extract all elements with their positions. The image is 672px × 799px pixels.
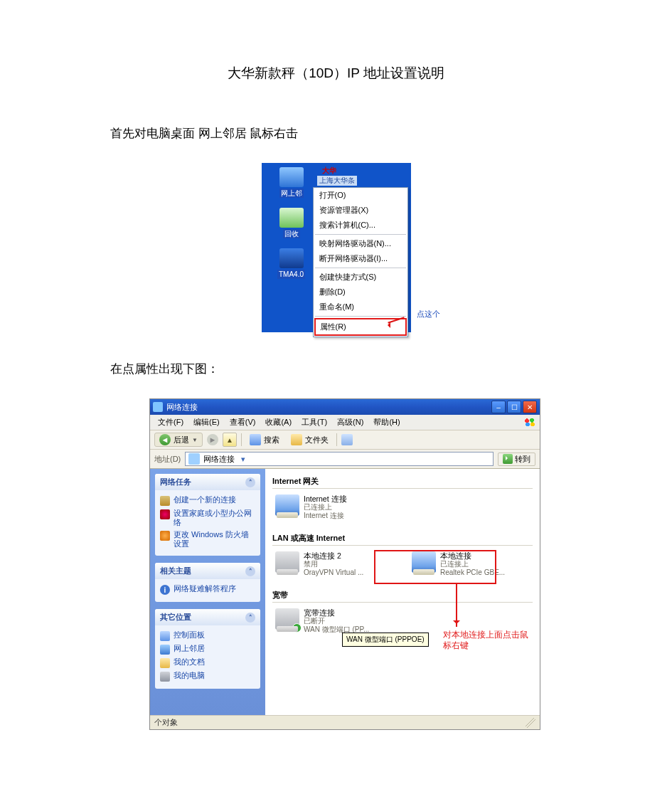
menu-edit[interactable]: 编辑(E) [190,416,223,428]
new-connection-icon [160,496,170,506]
connection-name: Internet 连接 [304,494,347,503]
connection-device: Internet 连接 [304,512,347,520]
network-places-icon [279,167,304,187]
resize-grip-icon[interactable] [526,718,535,728]
connection-name: 宽带连接 [304,608,369,617]
home-network-icon [160,509,170,519]
other-network-places[interactable]: 网上邻居 [160,642,255,656]
ctx-create-shortcut[interactable]: 创建快捷方式(S) [314,270,407,285]
menu-view[interactable]: 查看(V) [226,416,260,428]
desktop-icon-label: 网上邻 [279,189,304,198]
ctx-explorer[interactable]: 资源管理器(X) [314,203,407,218]
doc-title: 大华新款秤（10D）IP 地址设置说明 [110,64,562,83]
annotation-text: 对本地连接上面点击鼠标右键 [443,630,535,651]
step-1-text: 首先对电脑桌面 网上邻居 鼠标右击 [110,125,562,142]
window-titlebar: 网络连接 – ☐ ✕ [150,399,540,415]
connection-status: 已连接上 [304,503,347,512]
app-shortcut-icon [279,248,304,268]
other-control-panel[interactable]: 控制面板 [160,629,255,642]
toolbar: ◄ 后退 ▼ ► ▲ 搜索 文件夹 [150,430,540,450]
connection-device: OrayVPN Virtual ... [304,568,363,577]
menu-favorites[interactable]: 收藏(A) [262,416,295,428]
views-button[interactable] [341,434,353,445]
address-value: 网络连接 [203,454,235,465]
ctx-search-computer[interactable]: 搜索计算机(C)... [314,218,407,233]
ctx-rename[interactable]: 重命名(M) [314,300,407,314]
address-bar: 地址(D) 网络连接 ▾ 转到 [150,450,540,469]
other-my-computer[interactable]: 我的电脑 [160,670,255,683]
sidebar-panel-related: 相关主题 ˄ i 网络疑难解答程序 [155,563,260,602]
back-button[interactable]: ◄ 后退 ▼ [154,433,203,447]
windows-flag-icon [523,416,537,428]
search-icon [250,434,261,445]
section-internet-gateway: Internet 网关 [272,473,533,489]
network-places-icon [160,645,170,655]
menu-tools[interactable]: 工具(T) [298,416,331,428]
callout-arrow-icon [386,315,412,325]
connection-name: 本地连接 2 [304,551,363,560]
desktop-icon-recycle[interactable]: 回收 [266,208,317,238]
task-firewall-settings[interactable]: 更改 Windows 防火墙设置 [160,529,255,550]
address-dropdown-icon[interactable]: ▾ [238,455,248,464]
context-menu: 打开(O) 资源管理器(X) 搜索计算机(C)... 映射网络驱动器(N)...… [313,187,408,337]
connection-lan[interactable]: 本地连接 已连接上 Realtek PCIe GBE... [412,551,533,577]
window-title: 网络连接 [166,402,491,413]
toolbar-separator [336,433,337,446]
desktop-small-label: 大华 [322,166,336,176]
task-label: 更改 Windows 防火墙设置 [174,530,255,549]
related-troubleshooter[interactable]: i 网络疑难解答程序 [160,583,255,596]
other-label: 我的电脑 [174,671,205,680]
address-input[interactable]: 网络连接 ▾ [185,452,494,466]
close-button[interactable]: ✕ [523,401,537,413]
desktop-icon-label: TMA4.0 [277,270,305,279]
menu-advanced[interactable]: 高级(N) [334,416,367,428]
network-connections-icon [188,453,200,465]
connection-internet-gateway[interactable]: Internet 连接 已连接上 Internet 连接 [275,494,396,520]
other-my-documents[interactable]: 我的文档 [160,656,255,670]
forward-button[interactable]: ► [207,434,218,445]
menu-help[interactable]: 帮助(H) [370,416,403,428]
go-button[interactable]: 转到 [498,453,535,466]
chevron-up-icon[interactable]: ˄ [245,477,255,487]
back-arrow-icon: ◄ [159,434,171,445]
sidebar: 网络任务 ˄ 创建一个新的连接 设置家庭或小型办公网络 [150,469,265,715]
maximize-button[interactable]: ☐ [507,401,521,413]
chevron-up-icon[interactable]: ˄ [245,566,255,576]
task-create-connection[interactable]: 创建一个新的连接 [160,494,255,507]
menu-bar: 文件(F) 编辑(E) 查看(V) 收藏(A) 工具(T) 高级(N) 帮助(H… [150,415,540,430]
ctx-map-drive[interactable]: 映射网络驱动器(N)... [314,236,407,251]
connection-name: 本地连接 [440,551,505,560]
desktop-icon-label: 回收 [283,229,300,238]
connection-lan-2[interactable]: 本地连接 2 禁用 OrayVPN Virtual ... [275,551,396,577]
back-label: 后退 [174,435,189,445]
section-lan: LAN 或高速 Internet [272,530,533,546]
my-computer-icon [160,672,170,682]
connection-broadband[interactable]: 宽带连接 已断开 WAN 微型端口 (PP... [275,608,396,634]
search-button[interactable]: 搜索 [246,433,283,447]
status-bar: 个对象 [150,715,540,729]
go-arrow-icon [503,454,513,464]
connection-device: Realtek PCIe GBE... [440,568,505,577]
folders-button[interactable]: 文件夹 [287,433,332,447]
up-button[interactable]: ▲ [223,433,237,447]
task-setup-home-network[interactable]: 设置家庭或小型办公网络 [160,507,255,529]
annotation-arrow-icon [456,583,457,627]
lan-icon [412,551,436,573]
broadband-icon [275,608,299,630]
menu-file[interactable]: 文件(F) [154,416,187,428]
desktop-icon-network[interactable]: 网上邻 [266,167,317,198]
chevron-up-icon[interactable]: ˄ [245,613,255,623]
minimize-button[interactable]: – [491,401,506,413]
tooltip: WAN 微型端口 (PPPOE) [342,633,429,647]
related-label: 网络疑难解答程序 [174,584,236,593]
window-icon [153,402,163,412]
screenshot-desktop-context-menu: 大华 上海大华条 网上邻 回收 TMA4.0 打开(O) 资源管理器(X) 搜索… [262,163,411,332]
ctx-separator [315,234,406,235]
ctx-disconnect-drive[interactable]: 断开网络驱动器(I)... [314,251,407,266]
ctx-delete[interactable]: 删除(D) [314,285,407,300]
other-label: 控制面板 [174,630,205,640]
connection-status: 禁用 [304,560,363,568]
desktop-icon-app[interactable]: TMA4.0 [266,248,317,279]
control-panel-icon [160,631,170,641]
ctx-open[interactable]: 打开(O) [314,188,407,203]
